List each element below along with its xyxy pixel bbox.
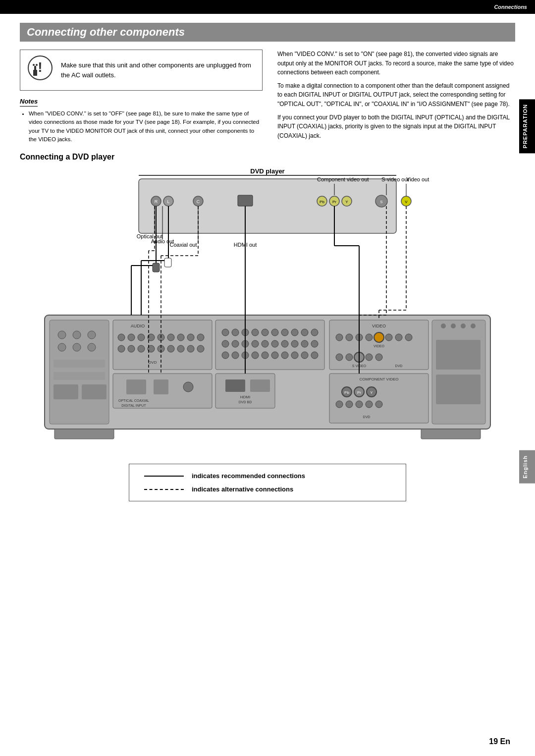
- svg-point-117: [336, 334, 343, 341]
- main-content: Connecting other components !: [0, 14, 535, 521]
- svg-point-141: [336, 401, 343, 408]
- legend-item-dashed: indicates alternative connections: [144, 486, 391, 493]
- left-column: ! Make sure that this unit and other com…: [20, 50, 263, 146]
- page-number-container: 19 En: [489, 737, 510, 746]
- diagram-svg: DVD player R L C Pb Pr Y S: [30, 166, 505, 454]
- svg-point-104: [311, 340, 318, 347]
- svg-point-61: [187, 334, 194, 341]
- svg-point-92: [291, 329, 298, 336]
- sidebar-tab-english: English: [519, 450, 535, 484]
- right-bullet-1: When "VIDEO CONV." is set to "ON" (see p…: [277, 50, 515, 77]
- svg-point-54: [118, 334, 125, 341]
- svg-point-59: [167, 334, 174, 341]
- svg-text:OPTICAL  COAXIAL: OPTICAL COAXIAL: [118, 399, 149, 402]
- svg-point-86: [232, 329, 239, 336]
- svg-point-70: [187, 345, 194, 352]
- svg-text:DVD player: DVD player: [250, 167, 284, 175]
- svg-point-60: [177, 334, 184, 341]
- svg-rect-48: [54, 360, 105, 368]
- svg-point-96: [232, 340, 239, 347]
- svg-point-142: [346, 401, 353, 408]
- svg-text:DIGITAL INPUT: DIGITAL INPUT: [121, 404, 146, 407]
- svg-point-110: [271, 352, 278, 359]
- two-column-layout: ! Make sure that this unit and other com…: [20, 50, 515, 146]
- note-item: When "VIDEO CONV." is set to "OFF" (see …: [29, 109, 263, 144]
- right-column: When "VIDEO CONV." is set to "ON" (see p…: [277, 50, 515, 146]
- svg-rect-50: [54, 384, 78, 399]
- svg-point-129: [366, 354, 373, 361]
- svg-point-46: [73, 343, 81, 351]
- svg-text:DVD: DVD: [149, 360, 157, 365]
- svg-text:Pr: Pr: [357, 390, 361, 395]
- notes-list: When "VIDEO CONV." is set to "OFF" (see …: [20, 109, 263, 144]
- svg-text:Y: Y: [370, 390, 373, 395]
- legend-box: indicates recommended connections indica…: [129, 464, 406, 501]
- svg-point-143: [356, 401, 363, 408]
- notes-title: Notes: [20, 98, 38, 107]
- svg-text:R: R: [155, 199, 158, 204]
- svg-point-45: [58, 343, 66, 351]
- svg-point-89: [262, 329, 268, 336]
- svg-point-108: [252, 352, 259, 359]
- svg-point-55: [128, 334, 135, 341]
- svg-point-106: [232, 352, 239, 359]
- legend-dashed-line: [144, 489, 184, 490]
- svg-rect-155: [421, 429, 481, 439]
- svg-point-152: [461, 324, 466, 328]
- svg-text:L: L: [167, 199, 169, 204]
- svg-point-126: [336, 354, 343, 361]
- svg-point-95: [222, 340, 229, 347]
- svg-point-122: [385, 334, 392, 341]
- sidebar-tab-preparation: PREPARATION: [519, 99, 535, 153]
- svg-text:Pr: Pr: [332, 200, 336, 204]
- svg-rect-74: [126, 379, 146, 394]
- svg-point-102: [291, 340, 298, 347]
- svg-rect-8: [139, 179, 396, 233]
- right-bullet-3: If you connect your DVD player to both t…: [277, 113, 515, 141]
- svg-text:!: !: [38, 59, 42, 75]
- svg-rect-154: [54, 429, 114, 439]
- svg-point-62: [197, 334, 204, 341]
- svg-rect-3: [34, 66, 36, 71]
- svg-text:S: S: [380, 200, 382, 204]
- svg-point-114: [311, 352, 318, 359]
- svg-text:V: V: [405, 200, 408, 204]
- svg-text:DVD: DVD: [363, 415, 371, 419]
- svg-point-63: [118, 345, 125, 352]
- svg-text:S-video out: S-video out: [381, 176, 409, 182]
- page-title: Connecting other components: [27, 26, 185, 38]
- svg-point-99: [262, 340, 268, 347]
- svg-text:C: C: [197, 199, 200, 204]
- svg-point-145: [375, 401, 382, 408]
- svg-text:Coaxial out: Coaxial out: [169, 242, 197, 248]
- svg-point-103: [301, 340, 308, 347]
- section-label: Connections: [494, 4, 527, 10]
- svg-point-88: [252, 329, 259, 336]
- svg-point-5: [36, 64, 38, 66]
- svg-rect-81: [250, 379, 270, 392]
- svg-rect-15: [238, 195, 253, 206]
- svg-point-4: [33, 64, 35, 66]
- svg-point-85: [222, 329, 229, 336]
- svg-point-98: [252, 340, 259, 347]
- svg-point-121: [374, 332, 384, 342]
- warning-box: ! Make sure that this unit and other com…: [20, 50, 263, 91]
- svg-point-94: [311, 329, 318, 336]
- svg-point-65: [138, 345, 145, 352]
- svg-point-69: [177, 345, 184, 352]
- svg-text:AUDIO: AUDIO: [131, 324, 145, 328]
- svg-point-71: [197, 345, 204, 352]
- svg-text:Component video out: Component video out: [317, 176, 369, 182]
- svg-point-91: [281, 329, 288, 336]
- svg-point-109: [262, 352, 268, 359]
- svg-rect-147: [432, 320, 485, 424]
- svg-point-47: [88, 343, 96, 351]
- svg-rect-51: [82, 384, 107, 399]
- svg-point-118: [346, 334, 353, 341]
- svg-text:HDMI: HDMI: [240, 395, 250, 399]
- legend-label-solid: indicates recommended connections: [192, 472, 305, 480]
- svg-point-113: [301, 352, 308, 359]
- svg-point-90: [271, 329, 278, 336]
- svg-rect-80: [225, 379, 245, 392]
- svg-rect-178: [153, 263, 160, 272]
